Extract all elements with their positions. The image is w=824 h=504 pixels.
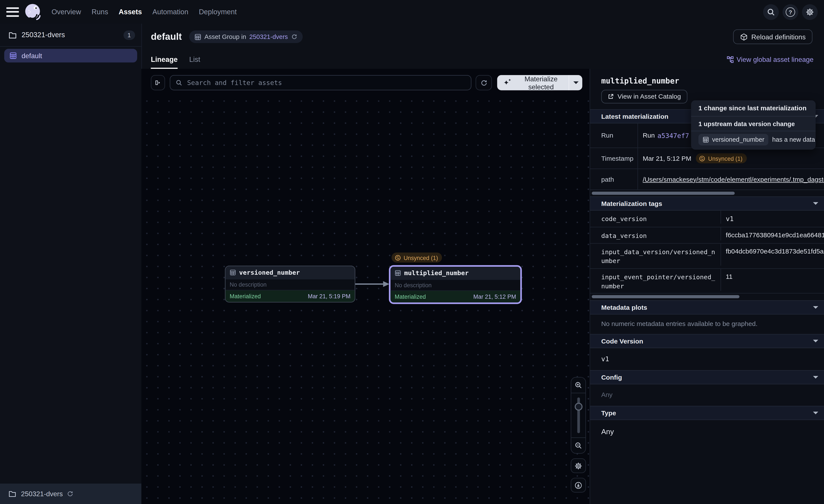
nav-actions: ? — [763, 4, 818, 20]
sync-arrows-icon — [395, 254, 401, 261]
materialization-tags-table: code_version v1 data_version f6ccba17763… — [590, 211, 824, 293]
reload-definitions-button[interactable]: Reload definitions — [733, 29, 812, 44]
dagster-logo[interactable] — [23, 2, 43, 22]
asset-node-header: versioned_number — [225, 266, 354, 279]
divider — [0, 46, 141, 47]
horizontal-scrollbar-thumb[interactable] — [592, 192, 735, 195]
collapse-caret-icon — [813, 376, 818, 379]
sync-arrows-icon — [699, 155, 705, 161]
search-icon[interactable] — [763, 4, 779, 20]
materialized-status: Materialized — [230, 293, 261, 299]
table-row: Timestamp Mar 21, 5:12 PM Unsynced (1) — [590, 148, 824, 169]
refresh-graph-button[interactable] — [476, 75, 492, 90]
asset-node-body: No description — [225, 279, 354, 290]
collapse-caret-icon — [813, 202, 818, 205]
materialization-path-link[interactable]: /Users/smackesey/stm/code/elementl/exper… — [643, 176, 824, 183]
section-materialization-tags[interactable]: Materialization tags — [590, 197, 824, 211]
sidebar-footer-code-location[interactable]: 250321-dvers — [0, 484, 141, 504]
asset-node-footer: Materialized Mar 21, 5:19 PM — [225, 290, 354, 302]
graph-settings-gear-icon[interactable] — [571, 458, 586, 473]
search-input[interactable] — [186, 78, 466, 87]
asset-node-versioned-number[interactable]: versioned_number No description Material… — [225, 266, 355, 302]
section-config[interactable]: Config — [590, 370, 824, 384]
download-graph-icon[interactable] — [571, 478, 586, 493]
tab-lineage[interactable]: Lineage — [151, 50, 178, 69]
badge-code-location-link[interactable]: 250321-dvers — [249, 33, 288, 40]
folder-icon — [8, 490, 16, 498]
horizontal-scrollbar-thumb[interactable] — [592, 295, 739, 298]
asset-node-footer: Materialized Mar 21, 5:12 PM — [391, 290, 520, 302]
tabs-row: Lineage List View global asset lineage — [141, 50, 824, 70]
popover-subtitle: 1 upstream data version change — [691, 117, 816, 131]
external-link-icon — [608, 94, 614, 100]
table-row: input_event_pointer/versioned_number 11 — [590, 269, 824, 293]
sidebar-group-name: 250321-dvers — [22, 31, 65, 39]
materialize-selected-button[interactable]: ✦✦ Materialize selected — [497, 75, 582, 90]
settings-gear-icon[interactable] — [802, 4, 818, 20]
zoom-out-icon[interactable] — [571, 438, 586, 453]
code-location-name: 250321-dvers — [21, 490, 63, 498]
tab-list[interactable]: List — [189, 50, 200, 69]
menu-icon[interactable] — [6, 6, 19, 17]
table-icon — [395, 270, 401, 276]
asset-chip-versioned-number[interactable]: versioned_number — [699, 134, 768, 145]
asset-name: versioned_number — [239, 269, 300, 276]
canvas-dot-grid — [141, 96, 590, 504]
collapse-caret-icon — [813, 306, 818, 309]
zoom-slider-thumb[interactable] — [575, 403, 582, 410]
lineage-canvas[interactable]: ✦✦ Materialize selected Unsynced (1) — [141, 69, 590, 504]
page-header: default Asset Group in 250321-dvers — [141, 24, 824, 50]
unsynced-badge[interactable]: Unsynced (1) — [391, 253, 442, 263]
sidebar-item-default[interactable]: default — [4, 49, 137, 62]
table-row: path /Users/smackesey/stm/code/elementl/… — [590, 169, 824, 190]
change-description: has a new data version — [772, 136, 816, 143]
section-code-version[interactable]: Code Version — [590, 334, 824, 348]
materialization-time: Mar 21, 5:19 PM — [308, 293, 350, 299]
nav-assets[interactable]: Assets — [119, 8, 142, 16]
collapse-caret-icon — [813, 340, 818, 343]
top-navigation: Overview Runs Assets Automation Deployme… — [0, 0, 824, 24]
main-nav: Overview Runs Assets Automation Deployme… — [51, 8, 237, 16]
asset-description: No description — [395, 282, 432, 288]
materialize-dropdown-caret[interactable] — [569, 81, 582, 84]
sidebar-item-label: default — [22, 52, 42, 59]
section-type[interactable]: Type — [590, 406, 824, 420]
asset-node-multiplied-number[interactable]: multiplied_number No description Materia… — [389, 265, 522, 304]
collapse-caret-icon — [813, 412, 818, 414]
nav-automation[interactable]: Automation — [152, 8, 188, 16]
asset-node-header: multiplied_number — [391, 267, 520, 279]
reload-icon[interactable] — [291, 33, 297, 40]
badge-prefix: Asset Group in — [204, 33, 246, 40]
materialized-status: Materialized — [395, 293, 426, 300]
zoom-in-icon[interactable] — [571, 377, 586, 393]
section-metadata-plots[interactable]: Metadata plots — [590, 300, 824, 314]
type-value: Any — [590, 420, 824, 444]
asset-groups-sidebar: 250321-dvers 1 default 250321-dvers — [0, 24, 142, 504]
view-global-asset-lineage-link[interactable]: View global asset lineage — [727, 55, 814, 63]
asset-group-icon — [194, 33, 201, 40]
popover-change-row: versioned_number has a new data version — [691, 131, 816, 150]
table-icon — [703, 136, 709, 143]
sidebar-group-250321-dvers[interactable]: 250321-dvers 1 — [0, 24, 141, 46]
lineage-edge-arrow — [354, 280, 391, 288]
changes-popover: 1 change since last materialization 1 up… — [691, 100, 816, 150]
selected-asset-title: multiplied_number — [601, 77, 824, 85]
config-value: Any — [590, 384, 824, 406]
asset-group-icon — [9, 52, 17, 59]
table-icon — [230, 269, 236, 276]
folder-icon — [8, 31, 17, 39]
nav-deployment[interactable]: Deployment — [199, 8, 237, 16]
nav-overview[interactable]: Overview — [51, 8, 81, 16]
nav-runs[interactable]: Runs — [92, 8, 108, 16]
unsynced-badge[interactable]: Unsynced (1) — [696, 153, 747, 163]
reload-icon[interactable] — [67, 490, 73, 497]
help-icon[interactable]: ? — [783, 4, 798, 20]
view-in-asset-catalog-button[interactable]: View in Asset Catalog — [601, 90, 687, 103]
dagster-app: Overview Runs Assets Automation Deployme… — [0, 0, 824, 504]
table-row: data_version f6ccba1776380941e9cd1ea6648… — [590, 227, 824, 244]
asset-search-field[interactable] — [170, 75, 471, 90]
expand-sidebar-panel-button[interactable] — [151, 75, 165, 90]
zoom-slider[interactable] — [571, 393, 586, 438]
zoom-controls — [571, 377, 586, 493]
run-id-link[interactable]: a5347ef7 — [657, 132, 689, 139]
